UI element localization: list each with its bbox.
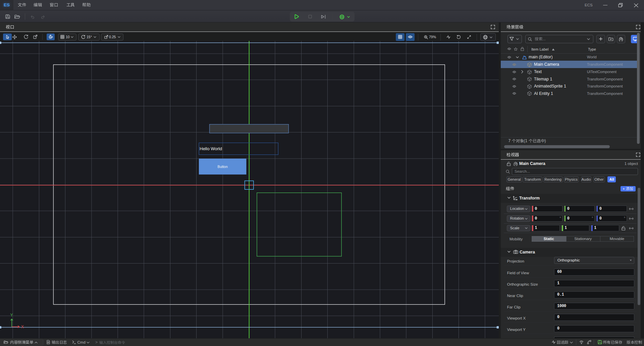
svg-text:X: X (21, 325, 24, 329)
svg-text:Button: Button (217, 165, 228, 169)
svg-text:Hello World: Hello World (200, 146, 222, 151)
svg-text:Y: Y (10, 313, 13, 318)
